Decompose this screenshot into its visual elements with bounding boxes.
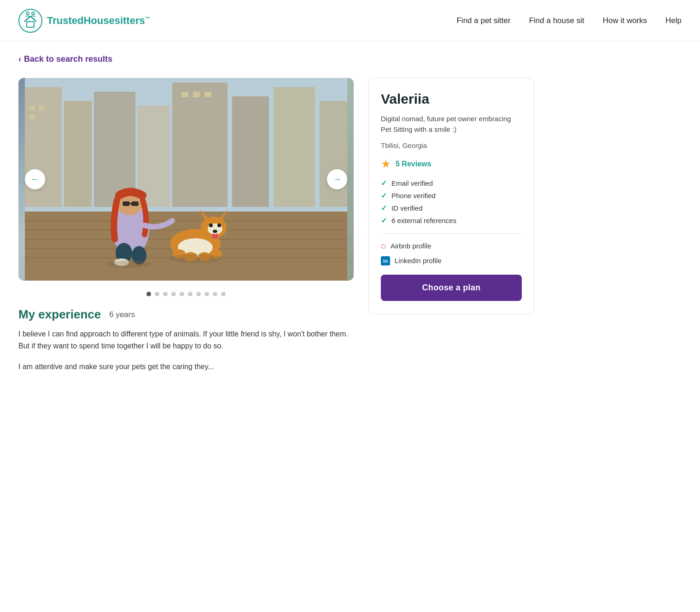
next-arrow-icon: → xyxy=(333,175,341,184)
verification-id-label: ID verified xyxy=(391,204,423,212)
back-link-label: Back to search results xyxy=(24,54,112,64)
svg-rect-17 xyxy=(193,92,200,97)
carousel-dots xyxy=(18,287,354,298)
back-to-search-link[interactable]: ‹ Back to search results xyxy=(18,54,112,64)
svg-point-40 xyxy=(212,234,218,239)
check-icon-references: ✓ xyxy=(381,216,387,225)
main-nav: Find a pet sitter Find a house sit How i… xyxy=(456,16,682,25)
reviews-row: ★ 5 Reviews xyxy=(381,158,522,171)
svg-point-38 xyxy=(217,224,221,227)
header: TrustedHousesitters™ Find a pet sitter F… xyxy=(0,0,700,41)
back-link-area: ‹ Back to search results xyxy=(0,41,700,69)
svg-point-0 xyxy=(19,9,42,32)
profile-name: Valeriia xyxy=(381,91,522,107)
choose-plan-label: Choose a plan xyxy=(422,283,481,292)
nav-help[interactable]: Help xyxy=(665,16,682,25)
carousel-next-button[interactable]: → xyxy=(327,169,347,189)
experience-paragraph-1: I believe I can find approach to differe… xyxy=(18,328,354,353)
carousel-dot-7[interactable] xyxy=(196,292,201,296)
logo-icon xyxy=(18,9,42,33)
profile-location: Tbilisi, Georgia xyxy=(381,141,522,149)
svg-point-39 xyxy=(213,230,217,233)
experience-section: My experience 6 years I believe I can fi… xyxy=(18,307,354,373)
carousel-dot-10[interactable] xyxy=(221,292,226,296)
svg-rect-16 xyxy=(181,92,188,97)
svg-rect-6 xyxy=(64,101,92,207)
svg-point-46 xyxy=(105,260,152,268)
experience-header: My experience 6 years xyxy=(18,307,354,322)
svg-rect-18 xyxy=(204,92,211,97)
carousel-dot-4[interactable] xyxy=(171,292,176,296)
svg-rect-11 xyxy=(274,87,315,207)
verification-references: ✓ 6 external references xyxy=(381,216,522,225)
logo-text: TrustedHousesitters™ xyxy=(47,15,150,27)
profile-card: Valeriia Digital nomad, future pet owner… xyxy=(368,78,534,314)
nav-find-pet-sitter[interactable]: Find a pet sitter xyxy=(456,16,510,25)
airbnb-icon: ⌂ xyxy=(381,241,386,251)
svg-rect-15 xyxy=(29,115,35,119)
carousel-dot-6[interactable] xyxy=(188,292,192,296)
check-icon-id: ✓ xyxy=(381,204,387,212)
verification-email: ✓ Email verified xyxy=(381,179,522,188)
scene-illustration xyxy=(18,78,354,281)
svg-point-45 xyxy=(169,254,222,263)
carousel-dot-9[interactable] xyxy=(213,292,217,296)
experience-title: My experience xyxy=(18,307,101,322)
main-content: ← → My experience 6 years I belie xyxy=(0,69,553,400)
verification-id: ✓ ID verified xyxy=(381,204,522,212)
svg-rect-13 xyxy=(29,106,35,110)
svg-point-3 xyxy=(32,12,35,15)
svg-rect-14 xyxy=(39,106,44,110)
reviews-link[interactable]: 5 Reviews xyxy=(396,160,431,168)
carousel-dot-2[interactable] xyxy=(155,292,159,296)
svg-rect-12 xyxy=(320,101,347,207)
experience-paragraph-2: I am attentive and make sure your pets g… xyxy=(18,361,354,373)
svg-rect-31 xyxy=(131,201,139,206)
svg-rect-9 xyxy=(172,82,228,207)
carousel-image xyxy=(18,78,354,281)
star-icon: ★ xyxy=(381,158,391,171)
svg-rect-10 xyxy=(232,96,269,207)
linkedin-profile-link[interactable]: in LinkedIn profile xyxy=(381,256,522,265)
verification-phone: ✓ Phone verified xyxy=(381,191,522,200)
external-links: ⌂ Airbnb profile in LinkedIn profile xyxy=(381,241,522,265)
svg-rect-5 xyxy=(25,87,62,207)
check-icon-email: ✓ xyxy=(381,179,387,188)
verifications-list: ✓ Email verified ✓ Phone verified ✓ ID v… xyxy=(381,179,522,225)
verification-email-label: Email verified xyxy=(391,179,433,187)
carousel-dot-1[interactable] xyxy=(146,292,151,296)
divider xyxy=(381,233,522,234)
carousel-prev-button[interactable]: ← xyxy=(25,169,45,189)
experience-years: 6 years xyxy=(109,310,135,319)
profile-tagline: Digital nomad, future pet owner embracin… xyxy=(381,113,522,135)
back-chevron-icon: ‹ xyxy=(18,54,21,64)
verification-phone-label: Phone verified xyxy=(391,192,436,200)
logo[interactable]: TrustedHousesitters™ xyxy=(18,9,150,33)
carousel-dot-8[interactable] xyxy=(204,292,209,296)
svg-rect-30 xyxy=(122,201,130,206)
svg-point-2 xyxy=(26,12,29,15)
linkedin-icon: in xyxy=(381,256,390,265)
svg-rect-1 xyxy=(27,22,34,27)
carousel-dot-5[interactable] xyxy=(180,292,184,296)
left-column: ← → My experience 6 years I belie xyxy=(18,78,354,381)
prev-arrow-icon: ← xyxy=(31,175,39,184)
carousel-dot-3[interactable] xyxy=(163,292,168,296)
nav-find-house-sit[interactable]: Find a house sit xyxy=(529,16,584,25)
right-column: Valeriia Digital nomad, future pet owner… xyxy=(368,78,534,381)
svg-point-37 xyxy=(209,224,213,227)
linkedin-label: LinkedIn profile xyxy=(395,257,442,265)
check-icon-phone: ✓ xyxy=(381,191,387,200)
nav-how-it-works[interactable]: How it works xyxy=(603,16,647,25)
choose-plan-button[interactable]: Choose a plan xyxy=(381,275,522,301)
airbnb-profile-link[interactable]: ⌂ Airbnb profile xyxy=(381,241,522,251)
photo-carousel: ← → xyxy=(18,78,354,281)
airbnb-label: Airbnb profile xyxy=(391,242,431,250)
verification-references-label: 6 external references xyxy=(391,217,456,224)
